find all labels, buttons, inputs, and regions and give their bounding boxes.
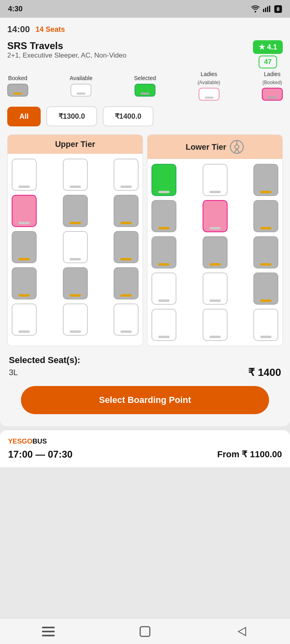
seat-10L[interactable]	[151, 272, 176, 305]
status-time: 4:30	[8, 5, 23, 13]
seat-10u[interactable]	[12, 267, 37, 299]
selected-seat-number: 3L	[9, 368, 18, 377]
home-button[interactable]	[135, 621, 155, 642]
price-1300-button[interactable]: ₹1300.0	[46, 106, 97, 126]
brand-black: BUS	[32, 438, 47, 445]
departure-time: 14:00	[7, 24, 30, 35]
seat-2L[interactable]	[253, 164, 278, 196]
brand-label: YESGOBUS	[8, 438, 282, 446]
seat-8L[interactable]	[203, 236, 228, 268]
svg-rect-1	[265, 8, 266, 12]
legend-row: Booked Available Selected Ladies (Availa…	[7, 71, 283, 101]
seat-row	[12, 231, 139, 263]
bottom-time-range: 17:00 — 07:30	[8, 449, 72, 460]
seat-row	[12, 195, 139, 227]
seats-badge: 14 Seats	[35, 25, 65, 34]
operator-info: SRS Travels 2+1, Executive Sleeper, AC, …	[7, 40, 126, 67]
seat-7u[interactable]	[12, 231, 37, 263]
seat-row	[12, 267, 139, 299]
seat-13u[interactable]	[12, 303, 37, 336]
seat-9u[interactable]	[114, 231, 139, 263]
seat-11u[interactable]	[63, 267, 88, 299]
svg-line-7	[234, 149, 237, 153]
seat-12u[interactable]	[114, 267, 139, 299]
svg-rect-10	[42, 631, 55, 632]
seat-15L[interactable]	[253, 309, 278, 341]
nav-bar	[0, 618, 290, 644]
rating-block: ★ 4.1 47	[253, 40, 283, 68]
signal-icon	[263, 6, 271, 12]
legend-available: Available	[70, 75, 93, 97]
upper-tier-seats	[8, 154, 143, 341]
svg-marker-13	[238, 627, 246, 636]
boarding-btn-wrap: Select Boarding Point	[7, 386, 283, 414]
main-card: 14:00 14 Seats SRS Travels 2+1, Executiv…	[0, 18, 290, 426]
seat-11L[interactable]	[203, 272, 228, 305]
seat-2u[interactable]	[63, 159, 88, 191]
seat-row	[151, 272, 278, 305]
status-icons: 8	[251, 5, 282, 13]
seat-14L[interactable]	[203, 309, 228, 341]
legend-seat-ladies-booked	[262, 88, 283, 101]
seat-14u[interactable]	[63, 303, 88, 336]
legend-booked: Booked	[7, 75, 28, 97]
seat-6u[interactable]	[114, 195, 139, 227]
seat-map-container: Upper Tier	[7, 134, 283, 346]
seat-4u[interactable]	[12, 195, 37, 227]
seat-row	[151, 164, 278, 196]
lower-tier-block: Lower Tier	[147, 134, 283, 346]
bottom-card: YESGOBUS 17:00 — 07:30 From ₹ 1100.00	[0, 430, 290, 467]
selected-detail-row: 3L ₹ 1400	[9, 366, 281, 379]
operator-description: 2+1, Executive Sleeper, AC, Non-Video	[7, 52, 126, 60]
seat-row	[151, 200, 278, 232]
home-icon	[139, 626, 151, 637]
seat-3u[interactable]	[114, 159, 139, 191]
menu-icon	[42, 627, 55, 636]
seat-8u[interactable]	[63, 231, 88, 263]
rating-value: ★ 4.1	[253, 40, 283, 54]
price-all-button[interactable]: All	[7, 107, 41, 126]
upper-tier-header: Upper Tier	[8, 135, 143, 154]
seat-4L[interactable]	[151, 200, 176, 232]
seat-row	[151, 309, 278, 341]
seat-row	[12, 303, 139, 336]
seat-1L[interactable]	[203, 164, 228, 196]
operator-name: SRS Travels	[7, 40, 126, 52]
seat-6L[interactable]	[253, 200, 278, 232]
selected-seats-info: Selected Seat(s): 3L ₹ 1400	[7, 355, 283, 379]
svg-rect-11	[42, 635, 55, 636]
price-1400-button[interactable]: ₹1400.0	[103, 106, 153, 126]
bottom-price: From ₹ 1100.00	[217, 449, 282, 460]
seat-1u[interactable]	[12, 159, 37, 191]
seat-13L[interactable]	[151, 309, 176, 341]
legend-seat-ladies-available	[199, 88, 220, 101]
svg-rect-3	[269, 6, 270, 12]
svg-rect-9	[42, 627, 55, 628]
seat-12L[interactable]	[253, 272, 278, 305]
seat-7L[interactable]	[151, 236, 176, 268]
status-bar: 4:30 8	[0, 0, 290, 18]
seat-3L[interactable]	[151, 164, 176, 196]
svg-rect-12	[140, 627, 150, 636]
upper-tier-block: Upper Tier	[7, 134, 143, 346]
select-boarding-point-button[interactable]: Select Boarding Point	[21, 386, 269, 414]
menu-button[interactable]	[38, 621, 58, 642]
svg-rect-2	[267, 6, 268, 12]
rating-count: 47	[259, 56, 278, 68]
svg-point-5	[235, 145, 239, 149]
legend-selected: Selected	[134, 75, 156, 97]
seat-5L[interactable]	[203, 200, 228, 232]
selected-seats-title: Selected Seat(s):	[9, 355, 281, 365]
lower-tier-seats	[147, 159, 282, 346]
seat-15u[interactable]	[114, 303, 139, 336]
seat-row	[12, 159, 139, 191]
seat-row	[151, 236, 278, 268]
battery-icon: 8	[274, 5, 282, 13]
back-button[interactable]	[232, 621, 252, 642]
wifi-icon	[251, 5, 260, 12]
legend-seat-available	[70, 84, 91, 97]
back-icon	[237, 626, 246, 637]
seat-9L[interactable]	[253, 236, 278, 268]
legend-seat-selected	[135, 84, 155, 97]
seat-5u[interactable]	[63, 195, 88, 227]
